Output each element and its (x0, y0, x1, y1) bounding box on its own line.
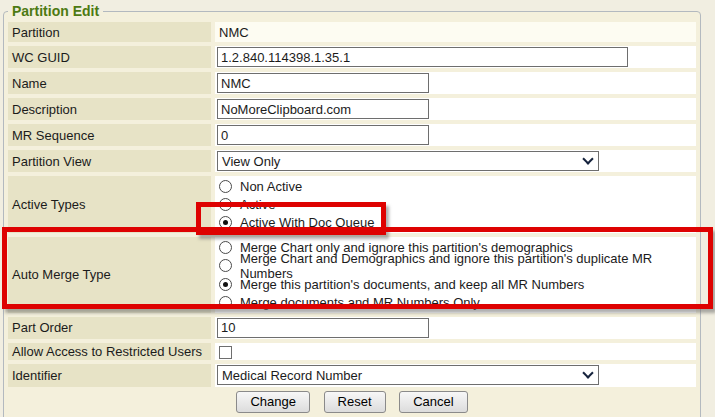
chevron-down-icon (582, 368, 593, 379)
table-row: Description (8, 98, 696, 120)
radio-option-merge-chart-demographics[interactable]: Merge Chart and Demographics and ignore … (217, 257, 694, 275)
partition-value: NMC (215, 22, 696, 42)
radio-icon[interactable] (219, 198, 232, 211)
radio-label: Active (240, 197, 275, 212)
table-row: Active Types Non Active Active Active Wi… (8, 176, 696, 233)
table-row: Auto Merge Type Merge Chart only and ign… (8, 237, 696, 313)
description-field[interactable] (217, 99, 429, 119)
radio-icon[interactable] (219, 296, 232, 309)
radio-label: Non Active (240, 179, 302, 194)
identifier-select[interactable]: Medical Record Number (217, 365, 599, 385)
radio-icon[interactable] (219, 259, 232, 272)
change-button[interactable]: Change (236, 391, 310, 413)
mr-sequence-field[interactable] (217, 125, 429, 145)
partition-view-select[interactable]: View Only (217, 151, 599, 171)
name-field[interactable] (217, 73, 429, 93)
radio-label: Active With Doc Queue (240, 215, 374, 230)
partition-label: Partition (8, 22, 211, 42)
partition-view-label: Partition View (8, 150, 211, 172)
mr-sequence-label: MR Sequence (8, 124, 211, 146)
description-label: Description (8, 98, 211, 120)
table-row: Partition View View Only (8, 150, 696, 172)
partition-edit-panel: Partition Edit Partition NMC WC GUID Nam… (3, 4, 701, 417)
wc-guid-field[interactable] (217, 47, 628, 67)
partition-edit-form: Partition NMC WC GUID Name Description M… (4, 18, 700, 417)
table-row: Partition NMC (8, 22, 696, 42)
partition-view-selected-value: View Only (222, 154, 280, 169)
table-row: Name (8, 72, 696, 94)
radio-option-active-with-doc-queue[interactable]: Active With Doc Queue (217, 214, 694, 232)
cancel-button[interactable]: Cancel (399, 391, 467, 413)
auto-merge-type-label: Auto Merge Type (8, 237, 211, 313)
reset-button[interactable]: Reset (324, 391, 386, 413)
identifier-label: Identifier (8, 364, 211, 387)
radio-label: Merge documents and MR Numbers Only (240, 295, 480, 310)
table-row: Allow Access to Restricted Users (8, 343, 696, 360)
table-row: Part Order (8, 317, 696, 339)
part-order-label: Part Order (8, 317, 211, 339)
part-order-field[interactable] (217, 318, 429, 338)
active-types-label: Active Types (8, 176, 211, 233)
table-row: Identifier Medical Record Number (8, 364, 696, 387)
table-row: MR Sequence (8, 124, 696, 146)
allow-access-label: Allow Access to Restricted Users (8, 343, 211, 360)
radio-icon-selected[interactable] (219, 216, 232, 229)
radio-option-active[interactable]: Active (217, 195, 694, 213)
radio-option-non-active[interactable]: Non Active (217, 177, 694, 195)
radio-icon[interactable] (219, 180, 232, 193)
table-row: WC GUID (8, 46, 696, 68)
radio-icon[interactable] (219, 241, 232, 254)
page-title: Partition Edit (8, 4, 103, 18)
allow-access-checkbox[interactable] (219, 346, 232, 359)
table-row: Change Reset Cancel (8, 391, 696, 413)
identifier-selected-value: Medical Record Number (222, 368, 362, 383)
chevron-down-icon (582, 153, 593, 164)
radio-option-merge-documents-mr-only[interactable]: Merge documents and MR Numbers Only (217, 293, 694, 311)
name-label: Name (8, 72, 211, 94)
wc-guid-label: WC GUID (8, 46, 211, 68)
radio-label: Merge this partition's documents, and ke… (240, 277, 584, 292)
radio-icon-selected[interactable] (219, 278, 232, 291)
